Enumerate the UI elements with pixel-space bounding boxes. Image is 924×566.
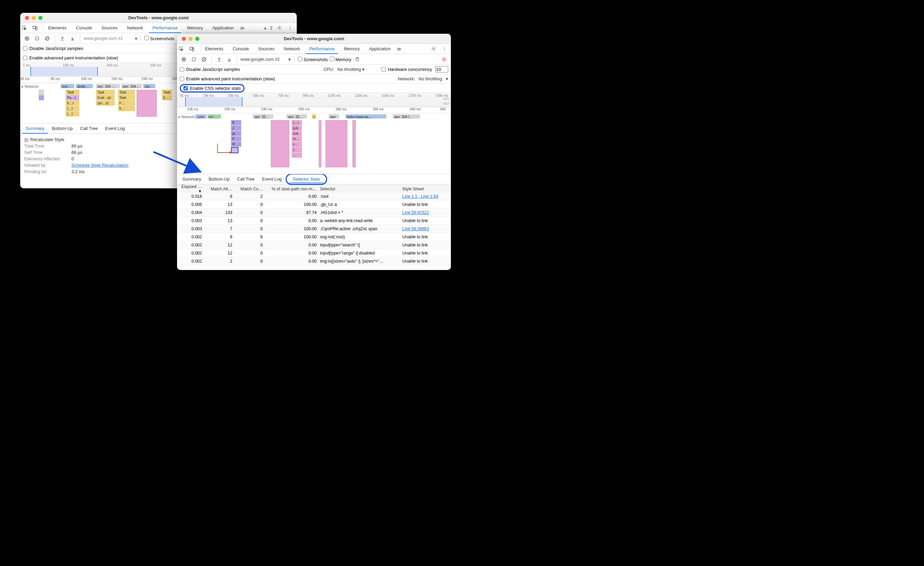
reload-icon[interactable] <box>190 55 198 63</box>
net-block[interactable]: gen <box>329 114 339 119</box>
flame-block[interactable]: gJa <box>292 126 302 131</box>
stats-row[interactable]: 0.0021200.00input[type="search" i]Unable… <box>177 241 451 249</box>
net-block[interactable]: gen_204 (… <box>393 114 420 119</box>
flame-block[interactable] <box>39 90 44 95</box>
stats-header[interactable]: Elapsed … ▼ Match Att… Match Co… % of sl… <box>177 184 451 193</box>
memory-checkbox[interactable]: Memory <box>330 57 351 62</box>
disable-js-checkbox[interactable]: Disable JavaScript samples <box>180 67 240 72</box>
flame-block[interactable]: ja <box>231 131 241 136</box>
more-tabs-icon[interactable]: ≫ <box>397 46 402 52</box>
flame-block[interactable]: (…) <box>66 111 79 116</box>
kebab-icon[interactable]: ⋮ <box>286 24 294 32</box>
tab-elements[interactable]: Elements <box>45 23 70 33</box>
stylesheet-link[interactable]: Line 1:1 , Line 1:54 <box>402 194 438 199</box>
gear-icon[interactable] <box>429 45 437 53</box>
flame-block[interactable]: v… <box>292 142 302 147</box>
flame-block[interactable]: Task <box>118 95 135 100</box>
zoom-icon[interactable] <box>39 16 42 20</box>
stats-row[interactable]: 0.00288100.00svg:not(:root)Unable to lin… <box>177 233 451 241</box>
network-track-label[interactable]: ▸ Network <box>22 84 38 89</box>
more-tabs-icon[interactable]: ≫ <box>240 25 245 31</box>
subtab-selector-stats[interactable]: Selector Stats <box>290 175 323 183</box>
chevron-down-icon[interactable]: ▾ <box>135 36 137 41</box>
flame-block[interactable]: … <box>292 152 302 158</box>
tab-sources[interactable]: Sources <box>98 23 121 33</box>
clear-icon[interactable] <box>43 35 51 42</box>
close-icon[interactable] <box>182 37 186 41</box>
stats-row[interactable]: 0.0031300.00a:-webkit-any-link:read-writ… <box>177 217 451 225</box>
inspect-icon[interactable] <box>177 45 185 53</box>
flame-block[interactable]: (…) <box>66 106 79 111</box>
flame-block[interactable]: sJa <box>292 131 302 136</box>
minimize-icon[interactable] <box>189 37 192 41</box>
flame-block[interactable] <box>352 120 356 167</box>
stats-row[interactable]: 0.0021200.00input[type="range" i]:disabl… <box>177 249 451 257</box>
network-track-label[interactable]: ▸ Network <box>178 115 195 119</box>
flame-block[interactable]: F <box>231 136 241 142</box>
flame-block[interactable] <box>39 95 44 100</box>
titlebar[interactable]: DevTools - www.google.com/ <box>20 13 297 23</box>
hw-concurrency-checkbox[interactable]: Hardware concurrency <box>381 67 432 72</box>
gc-icon[interactable] <box>353 55 362 63</box>
selected-flame-block[interactable] <box>231 147 238 153</box>
subtab-summary[interactable]: Summary <box>179 174 205 184</box>
stats-row[interactable]: 0.004133097.74.HG1dvd > *Line 58:42522 <box>177 209 451 217</box>
kebab-icon[interactable]: ⋮ <box>440 45 448 53</box>
flame-block[interactable]: (an…s) <box>96 101 115 105</box>
stylesheet-link[interactable]: Line 58:42522 <box>402 210 429 215</box>
flame-block[interactable]: Eval…ipt <box>96 95 115 100</box>
tab-console[interactable]: Console <box>230 44 252 54</box>
subtab-eventlog[interactable]: Event Log <box>102 123 129 134</box>
overview-selection[interactable] <box>30 67 98 76</box>
screenshots-checkbox[interactable]: Screenshots <box>298 57 328 62</box>
net-block[interactable]: gen_20… <box>253 114 273 119</box>
reload-icon[interactable] <box>33 35 41 42</box>
gear-icon[interactable] <box>440 55 448 63</box>
net-block[interactable]: gen_20… <box>286 114 307 119</box>
flame-block[interactable]: H <box>231 142 241 147</box>
enable-paint-checkbox[interactable]: Enable advanced paint instrumentation (s… <box>23 55 118 60</box>
time-ruler[interactable]: 146 ms 196 ms 246 ms 296 ms 346 ms 396 m… <box>177 107 451 113</box>
subtab-calltree[interactable]: Call Tree <box>77 123 101 134</box>
flame-block[interactable]: Task <box>96 90 115 95</box>
flame-block[interactable]: Task <box>118 90 135 95</box>
tab-memory[interactable]: Memory <box>340 44 363 54</box>
flame-block[interactable]: Task <box>162 90 172 95</box>
titlebar[interactable]: DevTools - www.google.com/ <box>177 34 451 44</box>
close-icon[interactable] <box>25 16 29 20</box>
warning-icon[interactable]: ▲ <box>263 25 267 30</box>
net-block[interactable]: c <box>312 114 316 119</box>
flame-block[interactable] <box>136 90 157 117</box>
flame-block[interactable]: E… <box>162 95 172 100</box>
stats-row[interactable]: 0.018620.00:rootLine 1:1 , Line 1:54 <box>177 193 451 200</box>
gear-icon[interactable] <box>275 24 283 32</box>
flame-block[interactable] <box>271 120 290 167</box>
flame-block[interactable]: J <box>231 126 241 131</box>
enable-css-checkbox[interactable]: Enable CSS selector stats <box>183 86 241 91</box>
stats-row[interactable]: 0.005130100.00.gb_Uc aUnable to link <box>177 200 451 209</box>
net-block[interactable]: m=… <box>207 114 221 119</box>
disable-js-checkbox[interactable]: Disable JavaScript samples <box>23 46 83 51</box>
enable-paint-checkbox[interactable]: Enable advanced paint instrumentation (s… <box>180 76 275 81</box>
subtab-calltree[interactable]: Call Tree <box>234 174 258 184</box>
record-icon[interactable] <box>180 55 188 63</box>
net-block[interactable]: clie… <box>143 84 155 88</box>
tab-console[interactable]: Console <box>72 23 95 33</box>
stats-row[interactable]: 0.00370100.00.CqmPRe:active .oXqZxc span… <box>177 225 451 233</box>
flame-block[interactable]: (…) <box>292 120 302 125</box>
device-toolbar-icon[interactable] <box>188 45 196 53</box>
flame-block[interactable]: (… <box>292 147 302 152</box>
flame-block[interactable]: F… <box>118 101 135 105</box>
network-value[interactable]: No throttling ▾ <box>418 76 448 81</box>
tab-sources[interactable]: Sources <box>255 44 278 54</box>
record-icon[interactable] <box>23 35 31 42</box>
net-block[interactable]: hpba (www.go… <box>346 114 386 119</box>
stylesheet-link[interactable]: Line 58:39963 <box>402 226 429 231</box>
overview-selection[interactable] <box>185 97 243 106</box>
warning-count[interactable]: 2 <box>270 25 273 30</box>
download-icon[interactable] <box>69 35 76 42</box>
flame-block[interactable]: b… <box>118 106 135 111</box>
flame-block[interactable]: Pa…L <box>66 95 79 100</box>
flame-block[interactable]: Task <box>66 90 79 95</box>
inspect-icon[interactable] <box>20 24 28 32</box>
